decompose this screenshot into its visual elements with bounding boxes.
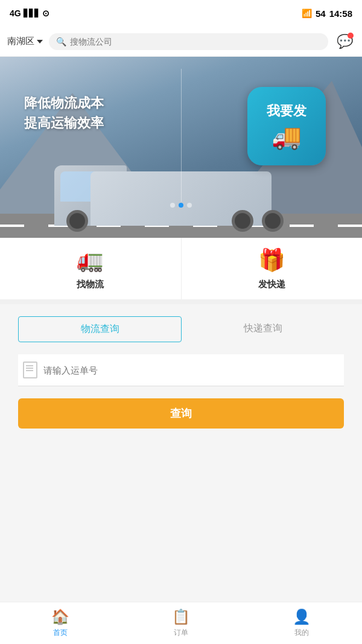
banner-dots	[170, 203, 192, 208]
banner: 降低物流成本 提高运输效率 我要发 🚚	[0, 57, 362, 238]
slogan-line2: 提高运输效率	[24, 113, 104, 133]
slogan-line1: 降低物流成本	[24, 93, 104, 113]
banner-slogan: 降低物流成本 提高运输效率	[24, 93, 104, 133]
home-icon: 🏠	[51, 608, 69, 625]
quick-action-logistics[interactable]: 🚛 找物流	[0, 238, 182, 299]
query-input-row	[18, 354, 344, 386]
tracking-number-input[interactable]	[43, 365, 339, 375]
banner-dot-3	[187, 203, 192, 208]
time-display: 14:58	[329, 8, 352, 19]
status-signal: 4G ▋▋▋ ⊙	[10, 8, 49, 18]
search-bar[interactable]: 🔍	[49, 33, 328, 50]
wifi-signal-icon: 📶	[302, 8, 312, 18]
truck-wheel-rear	[232, 210, 253, 232]
quick-action-express[interactable]: 🎁 发快递	[182, 238, 363, 299]
location-button[interactable]: 南湖区	[7, 36, 43, 47]
logistics-label: 找物流	[77, 279, 104, 290]
top-nav: 南湖区 🔍 💬	[0, 27, 362, 57]
banner-dot-2	[179, 203, 183, 208]
quick-actions: 🚛 找物流 🎁 发快递	[0, 238, 362, 304]
search-icon: 🔍	[56, 37, 66, 46]
profile-icon: 👤	[293, 608, 311, 625]
gift-icon: 🎁	[258, 247, 285, 273]
query-tabs: 物流查询 快递查询	[18, 316, 344, 342]
tab-express-query[interactable]: 快递查询	[182, 316, 344, 342]
message-button[interactable]: 💬	[334, 31, 355, 52]
banner-dot-1	[170, 203, 175, 208]
truck-icon: 🚛	[77, 247, 104, 273]
tab-logistics-query[interactable]: 物流查询	[18, 316, 182, 342]
wifi-icon: ⊙	[42, 8, 49, 18]
banner-app-icon[interactable]: 我要发 🚚	[247, 87, 326, 165]
nav-item-orders[interactable]: 📋 订单	[121, 602, 241, 644]
nav-item-home[interactable]: 🏠 首页	[0, 602, 121, 644]
truck-wheel-right	[262, 210, 284, 232]
orders-label: 订单	[174, 628, 188, 638]
search-input[interactable]	[70, 37, 321, 46]
orders-icon: 📋	[172, 608, 190, 625]
battery-level: 54	[316, 8, 326, 19]
query-button[interactable]: 查询	[18, 398, 344, 429]
home-label: 首页	[53, 628, 68, 638]
doc-icon	[23, 362, 37, 378]
app-icon-text: 我要发	[267, 102, 306, 120]
nav-item-profile[interactable]: 👤 我的	[241, 602, 362, 644]
location-text: 南湖区	[7, 36, 34, 47]
app-icon-truck: 🚚	[272, 123, 302, 151]
status-right: 📶 54 14:58	[302, 8, 352, 19]
query-section: 物流查询 快递查询 查询	[0, 304, 362, 441]
message-badge	[348, 33, 354, 39]
bottom-nav: 🏠 首页 📋 订单 👤 我的	[0, 602, 362, 644]
signal-bars: ▋▋▋	[24, 9, 40, 18]
banner-divider	[181, 69, 182, 202]
profile-label: 我的	[294, 628, 309, 638]
truck-wheel-left	[66, 210, 88, 232]
chevron-down-icon	[37, 40, 43, 43]
express-label: 发快递	[258, 279, 285, 290]
signal-text: 4G	[10, 8, 21, 18]
status-bar: 4G ▋▋▋ ⊙ 📶 54 14:58	[0, 0, 362, 27]
